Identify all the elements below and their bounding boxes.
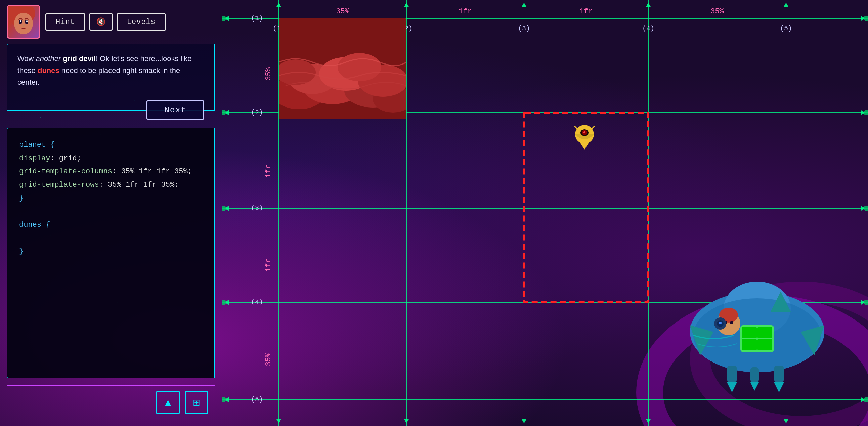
svg-marker-48	[783, 419, 789, 423]
svg-point-7	[20, 21, 22, 22]
svg-point-79	[338, 53, 381, 81]
svg-marker-43	[783, 3, 789, 7]
svg-text:1fr: 1fr	[265, 164, 273, 178]
code-editor[interactable]: planet { display: grid; grid-template-co…	[7, 128, 215, 378]
svg-point-59	[222, 16, 226, 21]
svg-text:(3): (3)	[518, 25, 530, 32]
code-gtr: grid-template-rows: 35% 1fr 1fr 35%;	[19, 181, 179, 189]
svg-text:35%: 35%	[710, 7, 724, 16]
rocket-icon: ▲	[163, 397, 173, 408]
svg-point-98	[730, 321, 733, 324]
svg-marker-41	[521, 3, 527, 7]
svg-text:(4): (4)	[251, 298, 263, 306]
svg-marker-42	[646, 3, 651, 7]
svg-text:35%: 35%	[265, 67, 273, 80]
svg-marker-46	[521, 419, 527, 423]
bottom-icons: ▲ ⊞	[7, 385, 215, 419]
code-line-5: }	[19, 191, 203, 205]
svg-marker-84	[580, 142, 590, 150]
code-selector-planet: planet {	[19, 141, 55, 149]
header-bar: Hint 🔇 Levels	[0, 0, 222, 44]
hint-button[interactable]: Hint	[45, 13, 85, 31]
character-avatar-svg	[8, 7, 39, 37]
spaceship	[673, 258, 841, 399]
svg-point-60	[222, 110, 226, 115]
svg-rect-101	[727, 366, 737, 382]
code-line-3: grid-template-columns: 35% 1fr 1fr 35%;	[19, 165, 203, 178]
svg-text:(4): (4)	[642, 25, 654, 32]
rocket-icon-button[interactable]: ▲	[156, 391, 180, 414]
dialog-highlight: dunes	[38, 66, 59, 74]
svg-marker-45	[404, 419, 409, 423]
colon: :	[50, 154, 59, 162]
svg-text:(3): (3)	[251, 204, 263, 212]
svg-marker-44	[276, 419, 281, 423]
svg-point-8	[26, 21, 28, 22]
svg-point-66	[864, 206, 868, 211]
code-line-2: display: grid;	[19, 152, 203, 165]
avatar-face	[8, 6, 39, 38]
code-blank-1	[19, 205, 203, 218]
sound-button[interactable]: 🔇	[89, 13, 113, 31]
grid-icon-button[interactable]: ⊞	[185, 391, 208, 414]
svg-point-83	[584, 131, 586, 133]
code-display: display: grid;	[19, 154, 81, 162]
svg-point-4	[14, 13, 33, 34]
svg-line-86	[591, 126, 595, 129]
svg-text:(1): (1)	[251, 14, 263, 22]
dialog-box: Wow another grid devil! Ok let's see her…	[7, 44, 215, 111]
right-panel: 35% 1fr 1fr 35% 35% 1fr 1fr 35% (1) (2) …	[222, 0, 868, 426]
spaceship-svg	[673, 258, 841, 399]
svg-point-6	[25, 20, 28, 24]
svg-point-62	[222, 300, 226, 305]
svg-text:(2): (2)	[251, 109, 263, 116]
svg-point-9	[23, 25, 25, 27]
svg-marker-105	[750, 382, 759, 391]
svg-rect-94	[757, 339, 772, 351]
svg-point-64	[864, 16, 868, 21]
code-line-1: planet {	[19, 139, 203, 152]
svg-line-85	[575, 126, 578, 129]
enemy-token	[568, 121, 601, 155]
svg-rect-103	[774, 366, 784, 382]
svg-marker-39	[276, 3, 281, 7]
colon2: :	[112, 167, 121, 176]
svg-point-68	[864, 397, 868, 402]
header-buttons: Hint 🔇 Levels	[45, 13, 166, 31]
colon3: :	[99, 181, 108, 189]
svg-rect-93	[742, 339, 757, 351]
svg-point-63	[222, 397, 226, 402]
dunes-visual	[279, 19, 406, 119]
levels-button[interactable]: Levels	[117, 13, 166, 31]
dunes-area	[279, 19, 406, 119]
dialog-italic: another	[36, 54, 61, 63]
svg-text:1fr: 1fr	[265, 259, 273, 272]
code-brace-2: }	[19, 247, 24, 256]
avatar	[7, 5, 40, 39]
code-selector-dunes: dunes {	[19, 221, 50, 229]
svg-marker-47	[646, 419, 651, 423]
svg-point-67	[864, 300, 868, 305]
next-btn-container: Next	[147, 100, 204, 120]
left-panel: Hint 🔇 Levels Wow another grid devil! Ok…	[0, 0, 222, 426]
svg-marker-104	[727, 382, 737, 392]
code-line-9: }	[19, 245, 203, 258]
code-brace-1: }	[19, 194, 24, 202]
svg-rect-92	[757, 327, 772, 338]
svg-marker-106	[774, 382, 784, 392]
dialog-text: Wow another grid devil! Ok let's see her…	[18, 53, 204, 88]
svg-text:1fr: 1fr	[459, 7, 472, 16]
svg-text:(5): (5)	[251, 396, 263, 403]
sound-icon: 🔇	[96, 18, 105, 26]
next-button[interactable]: Next	[147, 100, 204, 120]
svg-point-5	[19, 20, 22, 24]
svg-text:(5): (5)	[780, 25, 792, 32]
code-blank-2	[19, 232, 203, 245]
svg-point-109	[719, 322, 721, 324]
code-line-4: grid-template-rows: 35% 1fr 1fr 35%;	[19, 178, 203, 192]
svg-point-61	[222, 206, 226, 211]
svg-marker-40	[404, 3, 409, 7]
grid-view-icon: ⊞	[193, 397, 200, 408]
enemy-svg	[568, 121, 601, 155]
svg-point-65	[864, 110, 868, 115]
